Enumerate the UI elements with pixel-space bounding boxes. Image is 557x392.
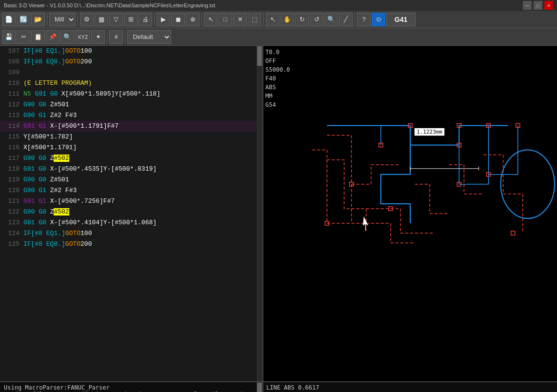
code-line[interactable]: 114G91 G1 X-[#500*1.1791]F#7 (0, 121, 262, 132)
layers-button[interactable]: ⊞ (124, 13, 138, 26)
viewer-canvas (263, 46, 557, 381)
cross-button[interactable]: ✕ (233, 13, 247, 26)
line-number: 112 (2, 99, 20, 110)
line-content: IF[#8 EQ1.]GOTO100 (23, 228, 92, 239)
line-number: 110 (2, 78, 20, 89)
separator5 (263, 13, 264, 26)
filter-button[interactable]: ▽ (109, 13, 123, 26)
settings-button[interactable]: ⚙ (80, 13, 94, 26)
help-button[interactable]: ? (357, 13, 371, 26)
line-number: 115 (2, 132, 20, 142)
line-number: 124 (2, 228, 20, 239)
star-button[interactable]: ✦ (91, 30, 105, 44)
code-line[interactable]: 112G90 G0 Z#501 (0, 99, 262, 110)
code-line[interactable]: 121G91 G1 X-[#500*.7256]F#7 (0, 196, 262, 207)
code-lines: 107IF[#8 EQ1.]GOTO100108IF[#8 EQ0.]GOTO2… (0, 46, 262, 250)
rotate2-button[interactable]: ↺ (310, 13, 323, 26)
editor-scrollbar[interactable] (257, 46, 262, 381)
separator3 (154, 13, 155, 26)
editor-content[interactable]: 107IF[#8 EQ1.]GOTO100108IF[#8 EQ0.]GOTO2… (0, 46, 262, 381)
line-number: 122 (2, 207, 20, 217)
line-content: G90 G0 Z#502 (23, 153, 69, 164)
code-line[interactable]: 109 (0, 67, 262, 78)
line-content: G91 G0 X-[#500*.4535]Y-[#500*.8319] (23, 164, 157, 175)
open-button[interactable]: 📂 (31, 13, 45, 26)
find-button[interactable]: 🔍 (60, 30, 74, 44)
rectangle-button[interactable]: □ (219, 13, 232, 26)
line-button[interactable]: ╱ (339, 13, 353, 26)
machine-type-dropdown[interactable]: Mill (49, 13, 76, 26)
line-content: G90 G0 Z#502 (23, 207, 69, 217)
code-line[interactable]: 118G91 G0 X-[#500*.4535]Y-[#500*.8319] (0, 164, 262, 175)
new-button[interactable]: 📄 (2, 13, 16, 26)
paste-button[interactable]: 📌 (46, 30, 60, 44)
rotate-view-button[interactable]: ↻ (295, 13, 309, 26)
code-line[interactable]: 117G90 G0 Z#502 (0, 153, 262, 164)
line-content: X[#500*1.1791] (23, 142, 77, 153)
code-line[interactable]: 124IF[#8 EQ1.]GOTO100 (0, 228, 262, 239)
zoom-view-button[interactable]: 🔍 (324, 13, 338, 26)
separator6 (355, 13, 355, 26)
line-content: IF[#8 EQ1.]GOTO100 (23, 46, 92, 57)
line-content: N5 G91 G0 X[#500*1.5895]Y[#500*.118] (23, 89, 160, 99)
log-left[interactable]: Using MacroParser:FANUC_Parser Project f… (0, 382, 263, 392)
scroll-thumb[interactable] (257, 46, 262, 66)
log-scroll-thumb[interactable] (257, 383, 262, 392)
line-number: 121 (2, 196, 20, 207)
code-line[interactable]: 113G90 G1 Z#2 F#3 (0, 110, 262, 121)
code-line[interactable]: 107IF[#8 EQ1.]GOTO100 (0, 46, 262, 57)
offset-label: G41 (386, 13, 416, 26)
close-button[interactable]: ✕ (544, 1, 553, 10)
grid-button[interactable]: ▦ (95, 13, 108, 26)
code-line[interactable]: 125IF[#8 EQ0.]GOTO200 (0, 239, 262, 250)
cursor-button[interactable]: ↖ (266, 13, 279, 26)
line-number: 109 (2, 67, 20, 78)
line-content: G90 G0 Z#501 (23, 99, 69, 110)
line-content: G90 G1 Z#2 F#3 (23, 185, 77, 196)
main-area: 107IF[#8 EQ1.]GOTO100108IF[#8 EQ0.]GOTO2… (0, 46, 557, 381)
code-line[interactable]: 115Y[#500*1.782] (0, 132, 262, 142)
reload-button[interactable]: 🔄 (17, 13, 30, 26)
log-scroll[interactable] (257, 382, 262, 392)
log-panel: Using MacroParser:FANUC_Parser Project f… (0, 381, 557, 392)
code-line[interactable]: 122G90 G0 Z#502 (0, 207, 262, 217)
separator4 (201, 13, 202, 26)
viewer-panel[interactable]: T0.0 OFF S5000.0 F40 ABS MM G54 (263, 46, 557, 381)
line-content: IF[#8 EQ0.]GOTO200 (23, 239, 92, 250)
xyz-button[interactable]: XYZ (75, 30, 90, 44)
titlebar-controls: ─ □ ✕ (523, 1, 553, 10)
save-button[interactable]: 💾 (2, 30, 16, 44)
log-line-1: Using MacroParser:FANUC_Parser (4, 384, 259, 391)
code-line[interactable]: 116X[#500*1.1791] (0, 142, 262, 153)
line-number: 114 (2, 121, 20, 132)
code-line[interactable]: 123G91 G0 X-[#500*.4104]Y-[#500*1.068] (0, 217, 262, 228)
separator1 (47, 13, 47, 26)
maximize-button[interactable]: □ (534, 1, 542, 10)
line-content: Y[#500*1.782] (23, 132, 73, 142)
print-button[interactable]: 🖨 (139, 13, 152, 26)
plane-dropdown[interactable]: Default (127, 30, 171, 44)
line-content: IF[#8 EQ0.]GOTO200 (23, 57, 92, 67)
code-line[interactable]: 110(E LETTER PROGRAM) (0, 78, 262, 89)
dashed-rect-button[interactable]: ⬚ (248, 13, 261, 26)
step-button[interactable]: ⊕ (186, 13, 199, 26)
color-button[interactable]: ◼ (171, 13, 185, 26)
dimension-label: 1.1223mm (414, 128, 445, 136)
code-line[interactable]: 119G90 G0 Z#501 (0, 175, 262, 185)
minimize-button[interactable]: ─ (523, 1, 532, 10)
active-view-button[interactable]: ⊙ (372, 13, 385, 26)
play-button[interactable]: ▶ (157, 13, 170, 26)
cut-button[interactable]: ✂ (17, 30, 30, 44)
line-number: 119 (2, 175, 20, 185)
line-number: 117 (2, 153, 20, 164)
copy-button[interactable]: 📋 (31, 30, 45, 44)
line-number: 107 (2, 46, 20, 57)
toolbar2: 💾 ✂ 📋 📌 🔍 XYZ ✦ # Default (0, 28, 557, 46)
line-content: (E LETTER PROGRAM) (23, 78, 92, 89)
code-line[interactable]: 120G90 G1 Z#2 F#3 (0, 185, 262, 196)
code-line[interactable]: 111N5 G91 G0 X[#500*1.5895]Y[#500*.118] (0, 89, 262, 99)
select-mode-button[interactable]: ↖ (204, 13, 218, 26)
code-line[interactable]: 108IF[#8 EQ0.]GOTO200 (0, 57, 262, 67)
hash-button[interactable]: # (109, 30, 123, 44)
pan-button[interactable]: ✋ (280, 13, 294, 26)
